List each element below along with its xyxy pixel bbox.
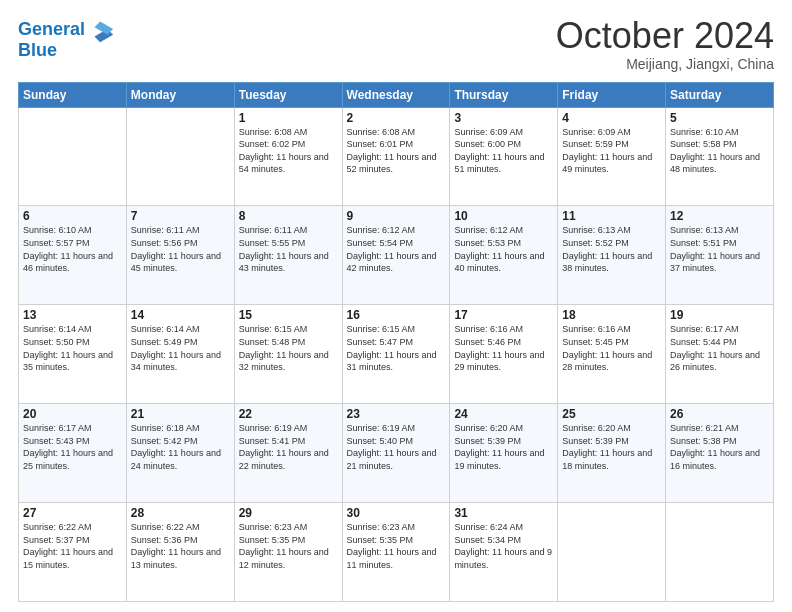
calendar-cell: 22Sunrise: 6:19 AMSunset: 5:41 PMDayligh… bbox=[234, 404, 342, 503]
day-header-monday: Monday bbox=[126, 82, 234, 107]
title-block: October 2024 Meijiang, Jiangxi, China bbox=[556, 16, 774, 72]
calendar-cell: 25Sunrise: 6:20 AMSunset: 5:39 PMDayligh… bbox=[558, 404, 666, 503]
day-number: 15 bbox=[239, 308, 338, 322]
calendar-week-1: 1Sunrise: 6:08 AMSunset: 6:02 PMDaylight… bbox=[19, 107, 774, 206]
day-number: 12 bbox=[670, 209, 769, 223]
day-header-wednesday: Wednesday bbox=[342, 82, 450, 107]
day-number: 13 bbox=[23, 308, 122, 322]
day-number: 11 bbox=[562, 209, 661, 223]
logo: General Blue bbox=[18, 16, 115, 61]
cell-text: Sunrise: 6:21 AMSunset: 5:38 PMDaylight:… bbox=[670, 423, 760, 471]
calendar-cell: 27Sunrise: 6:22 AMSunset: 5:37 PMDayligh… bbox=[19, 503, 127, 602]
cell-text: Sunrise: 6:13 AMSunset: 5:52 PMDaylight:… bbox=[562, 225, 652, 273]
cell-text: Sunrise: 6:16 AMSunset: 5:46 PMDaylight:… bbox=[454, 324, 544, 372]
calendar-cell: 28Sunrise: 6:22 AMSunset: 5:36 PMDayligh… bbox=[126, 503, 234, 602]
subtitle: Meijiang, Jiangxi, China bbox=[556, 56, 774, 72]
calendar-cell: 14Sunrise: 6:14 AMSunset: 5:49 PMDayligh… bbox=[126, 305, 234, 404]
cell-text: Sunrise: 6:12 AMSunset: 5:54 PMDaylight:… bbox=[347, 225, 437, 273]
day-number: 6 bbox=[23, 209, 122, 223]
day-number: 8 bbox=[239, 209, 338, 223]
cell-text: Sunrise: 6:11 AMSunset: 5:56 PMDaylight:… bbox=[131, 225, 221, 273]
day-number: 27 bbox=[23, 506, 122, 520]
day-number: 21 bbox=[131, 407, 230, 421]
cell-text: Sunrise: 6:20 AMSunset: 5:39 PMDaylight:… bbox=[454, 423, 544, 471]
day-number: 2 bbox=[347, 111, 446, 125]
calendar-cell: 19Sunrise: 6:17 AMSunset: 5:44 PMDayligh… bbox=[666, 305, 774, 404]
day-number: 9 bbox=[347, 209, 446, 223]
main-title: October 2024 bbox=[556, 16, 774, 56]
day-number: 16 bbox=[347, 308, 446, 322]
calendar-cell bbox=[19, 107, 127, 206]
day-number: 30 bbox=[347, 506, 446, 520]
cell-text: Sunrise: 6:22 AMSunset: 5:37 PMDaylight:… bbox=[23, 522, 113, 570]
cell-text: Sunrise: 6:19 AMSunset: 5:40 PMDaylight:… bbox=[347, 423, 437, 471]
day-number: 17 bbox=[454, 308, 553, 322]
calendar-week-3: 13Sunrise: 6:14 AMSunset: 5:50 PMDayligh… bbox=[19, 305, 774, 404]
cell-text: Sunrise: 6:20 AMSunset: 5:39 PMDaylight:… bbox=[562, 423, 652, 471]
cell-text: Sunrise: 6:18 AMSunset: 5:42 PMDaylight:… bbox=[131, 423, 221, 471]
calendar-week-5: 27Sunrise: 6:22 AMSunset: 5:37 PMDayligh… bbox=[19, 503, 774, 602]
page: General Blue October 2024 Meijiang, Jian… bbox=[0, 0, 792, 612]
day-header-sunday: Sunday bbox=[19, 82, 127, 107]
cell-text: Sunrise: 6:14 AMSunset: 5:49 PMDaylight:… bbox=[131, 324, 221, 372]
day-number: 29 bbox=[239, 506, 338, 520]
calendar-cell: 17Sunrise: 6:16 AMSunset: 5:46 PMDayligh… bbox=[450, 305, 558, 404]
calendar-cell: 29Sunrise: 6:23 AMSunset: 5:35 PMDayligh… bbox=[234, 503, 342, 602]
cell-text: Sunrise: 6:22 AMSunset: 5:36 PMDaylight:… bbox=[131, 522, 221, 570]
calendar-table: SundayMondayTuesdayWednesdayThursdayFrid… bbox=[18, 82, 774, 602]
calendar-cell bbox=[666, 503, 774, 602]
calendar-cell: 1Sunrise: 6:08 AMSunset: 6:02 PMDaylight… bbox=[234, 107, 342, 206]
cell-text: Sunrise: 6:23 AMSunset: 5:35 PMDaylight:… bbox=[239, 522, 329, 570]
calendar-cell: 12Sunrise: 6:13 AMSunset: 5:51 PMDayligh… bbox=[666, 206, 774, 305]
cell-text: Sunrise: 6:14 AMSunset: 5:50 PMDaylight:… bbox=[23, 324, 113, 372]
day-header-tuesday: Tuesday bbox=[234, 82, 342, 107]
day-number: 31 bbox=[454, 506, 553, 520]
calendar-week-2: 6Sunrise: 6:10 AMSunset: 5:57 PMDaylight… bbox=[19, 206, 774, 305]
cell-text: Sunrise: 6:09 AMSunset: 5:59 PMDaylight:… bbox=[562, 127, 652, 175]
calendar-cell: 16Sunrise: 6:15 AMSunset: 5:47 PMDayligh… bbox=[342, 305, 450, 404]
day-number: 19 bbox=[670, 308, 769, 322]
logo-text: General bbox=[18, 20, 85, 40]
day-number: 20 bbox=[23, 407, 122, 421]
logo-icon bbox=[87, 16, 115, 44]
cell-text: Sunrise: 6:19 AMSunset: 5:41 PMDaylight:… bbox=[239, 423, 329, 471]
day-number: 24 bbox=[454, 407, 553, 421]
cell-text: Sunrise: 6:23 AMSunset: 5:35 PMDaylight:… bbox=[347, 522, 437, 570]
header: General Blue October 2024 Meijiang, Jian… bbox=[18, 16, 774, 72]
day-header-thursday: Thursday bbox=[450, 82, 558, 107]
day-number: 26 bbox=[670, 407, 769, 421]
cell-text: Sunrise: 6:08 AMSunset: 6:01 PMDaylight:… bbox=[347, 127, 437, 175]
calendar-cell: 4Sunrise: 6:09 AMSunset: 5:59 PMDaylight… bbox=[558, 107, 666, 206]
calendar-cell: 6Sunrise: 6:10 AMSunset: 5:57 PMDaylight… bbox=[19, 206, 127, 305]
cell-text: Sunrise: 6:08 AMSunset: 6:02 PMDaylight:… bbox=[239, 127, 329, 175]
cell-text: Sunrise: 6:17 AMSunset: 5:43 PMDaylight:… bbox=[23, 423, 113, 471]
cell-text: Sunrise: 6:11 AMSunset: 5:55 PMDaylight:… bbox=[239, 225, 329, 273]
cell-text: Sunrise: 6:15 AMSunset: 5:48 PMDaylight:… bbox=[239, 324, 329, 372]
calendar-cell: 10Sunrise: 6:12 AMSunset: 5:53 PMDayligh… bbox=[450, 206, 558, 305]
day-number: 28 bbox=[131, 506, 230, 520]
cell-text: Sunrise: 6:13 AMSunset: 5:51 PMDaylight:… bbox=[670, 225, 760, 273]
calendar-cell: 13Sunrise: 6:14 AMSunset: 5:50 PMDayligh… bbox=[19, 305, 127, 404]
day-number: 3 bbox=[454, 111, 553, 125]
calendar-cell: 8Sunrise: 6:11 AMSunset: 5:55 PMDaylight… bbox=[234, 206, 342, 305]
calendar-cell: 15Sunrise: 6:15 AMSunset: 5:48 PMDayligh… bbox=[234, 305, 342, 404]
cell-text: Sunrise: 6:09 AMSunset: 6:00 PMDaylight:… bbox=[454, 127, 544, 175]
calendar-cell bbox=[558, 503, 666, 602]
calendar-cell: 24Sunrise: 6:20 AMSunset: 5:39 PMDayligh… bbox=[450, 404, 558, 503]
day-header-saturday: Saturday bbox=[666, 82, 774, 107]
calendar-header-row: SundayMondayTuesdayWednesdayThursdayFrid… bbox=[19, 82, 774, 107]
day-number: 22 bbox=[239, 407, 338, 421]
day-number: 14 bbox=[131, 308, 230, 322]
day-number: 1 bbox=[239, 111, 338, 125]
calendar-cell: 23Sunrise: 6:19 AMSunset: 5:40 PMDayligh… bbox=[342, 404, 450, 503]
cell-text: Sunrise: 6:16 AMSunset: 5:45 PMDaylight:… bbox=[562, 324, 652, 372]
calendar-cell: 18Sunrise: 6:16 AMSunset: 5:45 PMDayligh… bbox=[558, 305, 666, 404]
calendar-body: 1Sunrise: 6:08 AMSunset: 6:02 PMDaylight… bbox=[19, 107, 774, 601]
cell-text: Sunrise: 6:24 AMSunset: 5:34 PMDaylight:… bbox=[454, 522, 552, 570]
cell-text: Sunrise: 6:12 AMSunset: 5:53 PMDaylight:… bbox=[454, 225, 544, 273]
day-number: 23 bbox=[347, 407, 446, 421]
cell-text: Sunrise: 6:10 AMSunset: 5:58 PMDaylight:… bbox=[670, 127, 760, 175]
cell-text: Sunrise: 6:15 AMSunset: 5:47 PMDaylight:… bbox=[347, 324, 437, 372]
calendar-cell bbox=[126, 107, 234, 206]
calendar-cell: 5Sunrise: 6:10 AMSunset: 5:58 PMDaylight… bbox=[666, 107, 774, 206]
